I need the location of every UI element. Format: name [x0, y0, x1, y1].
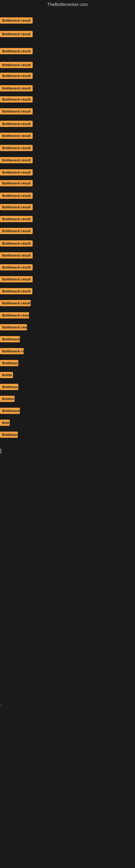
bottleneck-item: Bottleneck result — [0, 145, 33, 152]
bottleneck-badge: Bottlenec — [0, 360, 18, 366]
bottleneck-item: Bottlenec — [0, 360, 18, 367]
bottleneck-item: Bottleneck result — [0, 121, 33, 128]
bottleneck-item: Bottleneck result — [0, 48, 33, 55]
bottleneck-badge: Bottleneck result — [0, 288, 32, 294]
bottleneck-item: Bottleneck result — [0, 240, 33, 248]
bottleneck-badge: Bottleneck result — [0, 73, 33, 79]
bottleneck-badge: Bottleneck result — [0, 48, 33, 54]
bottleneck-item: Bottle — [0, 372, 13, 379]
bottleneck-badge: Bottleneck resu — [0, 324, 27, 330]
bottleneck-item: Bottleneck result — [0, 216, 33, 223]
bottleneck-item: Bottleneck result — [0, 96, 33, 104]
bottleneck-badge: Bottlen — [0, 396, 14, 402]
bottleneck-item: Bottleneck result — [0, 228, 33, 235]
bottleneck-item: Bottleneck result — [0, 288, 32, 296]
bottleneck-badge: Bottleneck result — [0, 145, 33, 151]
bottleneck-badge: Bottleneck result — [0, 276, 33, 282]
bottleneck-badge: Bottleneck result — [0, 31, 33, 37]
bottleneck-item: Bottleneck result — [0, 108, 33, 116]
bottleneck-badge: Bottleneck result — [0, 264, 33, 271]
site-title: TheBottlenecker.com — [0, 0, 135, 9]
bottleneck-item: Bottleneck result — [0, 300, 31, 307]
bottleneck-badge: Bottleneck result — [0, 169, 33, 176]
bottleneck-badge: Bottleneck result — [0, 62, 33, 68]
bottleneck-item: Bottleneck result — [0, 73, 33, 80]
bottleneck-item: Bottleneck result — [0, 31, 33, 38]
bottleneck-badge: Bottleneck result — [0, 228, 33, 234]
bottleneck-badge: Bottleneck result — [0, 300, 31, 306]
cursor-line — [1, 448, 1, 454]
bottleneck-item: Bott — [0, 420, 10, 427]
bottleneck-item: Bottlen — [0, 396, 14, 403]
bottleneck-item: Bottleneck result — [0, 133, 33, 140]
bottleneck-badge: Bottleneck result — [0, 85, 33, 91]
bottleneck-item: Bottleneck — [0, 336, 20, 343]
bottleneck-item: Bottleneck result — [0, 276, 33, 283]
bottleneck-badge: Bottleneck result — [0, 216, 33, 222]
bottleneck-badge: Bottleneck result — [0, 133, 33, 139]
bottleneck-item: Bottleneck result — [0, 264, 33, 272]
bottleneck-badge: Bottleneck re — [0, 348, 24, 354]
bottleneck-item: Bottleneck result — [0, 169, 33, 177]
bottleneck-badge: Bottleneck result — [0, 108, 33, 115]
bottleneck-badge: Bottleneck — [0, 336, 20, 342]
bottleneck-badge: Bottleneck result — [0, 204, 33, 210]
bottleneck-badge: Bott — [0, 420, 10, 426]
bottleneck-item: Bottleneck result — [0, 252, 33, 259]
bottleneck-item: Bottleneck result — [0, 157, 33, 164]
bottleneck-badge: Bottleneck result — [0, 121, 33, 127]
bottleneck-item: Bottleneck result — [0, 180, 33, 187]
bottleneck-item: Bottleneck result — [0, 204, 33, 211]
bottleneck-badge: Bottlenec — [0, 432, 18, 438]
bottleneck-item: Bottleneck result — [0, 62, 33, 69]
bottleneck-item: Bottlenec — [0, 384, 18, 391]
bottleneck-badge: Bottleneck result — [0, 96, 33, 102]
bottleneck-badge: Bottleneck result — [0, 157, 33, 163]
bottleneck-item: Bottleneck result — [0, 85, 33, 93]
bottleneck-item: Bottleneck — [0, 408, 20, 415]
bottleneck-badge: Bottleneck result — [0, 252, 33, 258]
bottleneck-item: Bottleneck re — [0, 348, 24, 355]
bottleneck-item: Bottlenec — [0, 432, 18, 439]
bottleneck-item: Bottleneck result — [0, 312, 29, 319]
bottleneck-item: Bottleneck resu — [0, 324, 27, 332]
bottleneck-badge: Bottlenec — [0, 384, 18, 390]
bottleneck-badge: Bottleneck result — [0, 240, 33, 247]
bottleneck-badge: Bottleneck result — [0, 180, 33, 186]
bottleneck-item: Bottleneck result — [0, 18, 33, 25]
small-label: c — [1, 704, 2, 707]
bottleneck-badge: Bottleneck result — [0, 312, 29, 318]
bottleneck-badge: Bottleneck result — [0, 18, 33, 24]
bottleneck-badge: Bottleneck result — [0, 193, 33, 199]
bottleneck-item: Bottleneck result — [0, 193, 33, 200]
bottleneck-badge: Bottleneck — [0, 408, 20, 414]
bottleneck-badge: Bottle — [0, 372, 13, 378]
